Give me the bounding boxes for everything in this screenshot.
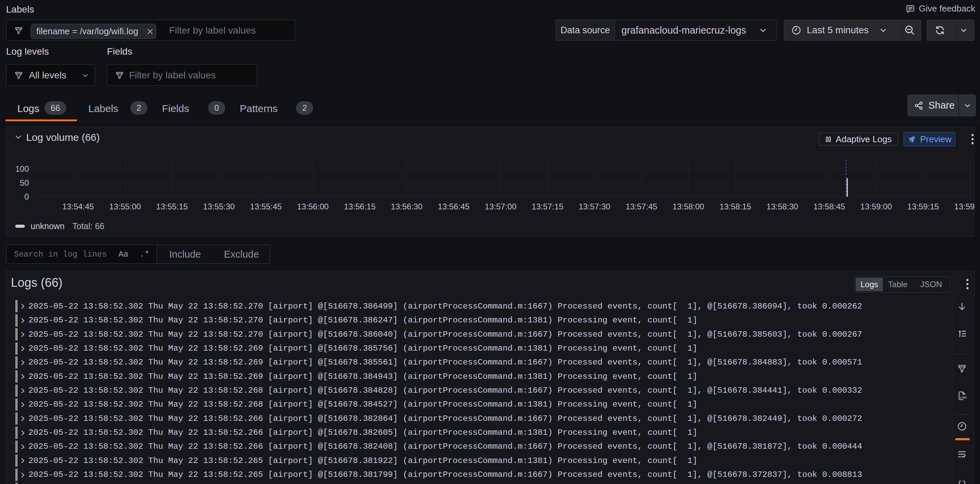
svg-text:13:54:45: 13:54:45 (62, 202, 94, 211)
svg-text:unknown: unknown (30, 221, 65, 231)
svg-text:100: 100 (15, 164, 29, 173)
svg-text:13:55:15: 13:55:15 (156, 202, 188, 211)
svg-text:13:58:15: 13:58:15 (719, 202, 751, 211)
svg-text:13:57:30: 13:57:30 (579, 202, 610, 211)
svg-text:13:59:00: 13:59:00 (861, 202, 892, 211)
svg-text:13:55:45: 13:55:45 (250, 202, 282, 211)
svg-text:13:58:00: 13:58:00 (673, 202, 704, 211)
svg-text:LOG: LOG (960, 396, 967, 399)
svg-text:13:59:15: 13:59:15 (907, 202, 939, 211)
svg-text:13:56:00: 13:56:00 (297, 202, 329, 211)
svg-text:50: 50 (20, 178, 29, 187)
svg-text:Total: 66: Total: 66 (72, 221, 105, 231)
svg-text:13:58:45: 13:58:45 (813, 202, 845, 211)
svg-text:13:56:45: 13:56:45 (438, 202, 469, 211)
svg-text:13:55:30: 13:55:30 (203, 202, 235, 211)
svg-text:13:59:30: 13:59:30 (954, 202, 974, 211)
svg-text:13:58:30: 13:58:30 (767, 202, 798, 211)
svg-text:13:57:00: 13:57:00 (485, 202, 517, 211)
svg-text:13:55:00: 13:55:00 (109, 202, 141, 211)
svg-text:13:57:45: 13:57:45 (625, 202, 657, 211)
svg-text:13:57:15: 13:57:15 (532, 202, 563, 211)
svg-text:13:56:15: 13:56:15 (344, 202, 375, 211)
svg-text:0: 0 (24, 192, 29, 201)
svg-text:13:56:30: 13:56:30 (391, 202, 422, 211)
